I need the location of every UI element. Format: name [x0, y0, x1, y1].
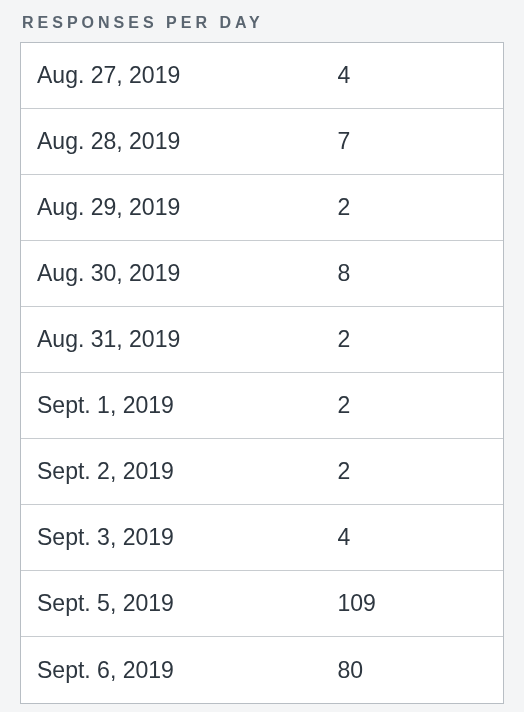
date-cell: Aug. 29, 2019: [21, 194, 329, 221]
count-cell: 2: [329, 458, 503, 485]
date-cell: Aug. 27, 2019: [21, 62, 329, 89]
responses-table: Aug. 27, 2019 4 Aug. 28, 2019 7 Aug. 29,…: [20, 42, 504, 704]
date-cell: Aug. 30, 2019: [21, 260, 329, 287]
count-cell: 8: [329, 260, 503, 287]
date-cell: Aug. 31, 2019: [21, 326, 329, 353]
section-title: RESPONSES PER DAY: [20, 14, 504, 42]
count-cell: 2: [329, 326, 503, 353]
table-row: Aug. 30, 2019 8: [21, 241, 503, 307]
table-row: Aug. 31, 2019 2: [21, 307, 503, 373]
date-cell: Sept. 6, 2019: [21, 657, 329, 684]
date-cell: Aug. 28, 2019: [21, 128, 329, 155]
count-cell: 109: [329, 590, 503, 617]
date-cell: Sept. 1, 2019: [21, 392, 329, 419]
table-row: Sept. 2, 2019 2: [21, 439, 503, 505]
count-cell: 4: [329, 524, 503, 551]
table-row: Sept. 5, 2019 109: [21, 571, 503, 637]
date-cell: Sept. 2, 2019: [21, 458, 329, 485]
table-row: Sept. 6, 2019 80: [21, 637, 503, 703]
count-cell: 7: [329, 128, 503, 155]
count-cell: 4: [329, 62, 503, 89]
date-cell: Sept. 3, 2019: [21, 524, 329, 551]
count-cell: 2: [329, 194, 503, 221]
count-cell: 2: [329, 392, 503, 419]
table-row: Sept. 1, 2019 2: [21, 373, 503, 439]
count-cell: 80: [329, 657, 503, 684]
table-row: Aug. 29, 2019 2: [21, 175, 503, 241]
date-cell: Sept. 5, 2019: [21, 590, 329, 617]
table-row: Sept. 3, 2019 4: [21, 505, 503, 571]
table-row: Aug. 28, 2019 7: [21, 109, 503, 175]
table-row: Aug. 27, 2019 4: [21, 43, 503, 109]
